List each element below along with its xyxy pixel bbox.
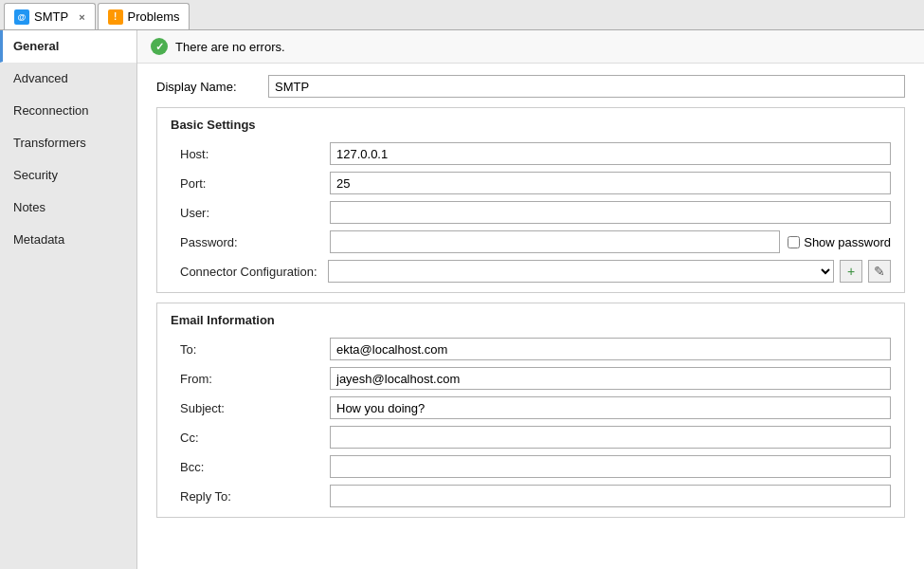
sidebar-item-general[interactable]: General <box>0 30 136 63</box>
form-area: Display Name: Basic Settings Host: Port: <box>137 64 924 529</box>
display-name-row: Display Name: <box>156 75 905 98</box>
from-label: From: <box>171 372 322 386</box>
connector-row: Connector Configuration: + ✎ <box>171 260 891 283</box>
sidebar-item-reconnection[interactable]: Reconnection <box>0 95 136 127</box>
port-label: Port: <box>171 176 322 191</box>
port-row: Port: <box>171 172 891 194</box>
password-input[interactable] <box>330 230 780 253</box>
user-row: User: <box>171 201 891 224</box>
to-row: To: <box>171 338 891 360</box>
basic-settings-group: Basic Settings Host: Port: User: <box>156 107 905 293</box>
cc-row: Cc: <box>171 426 891 449</box>
cc-label: Cc: <box>171 431 322 445</box>
tab-bar: @ SMTP × ! Problems <box>0 0 924 30</box>
bcc-label: Bcc: <box>171 460 322 474</box>
basic-settings-title: Basic Settings <box>171 118 891 132</box>
port-input[interactable] <box>330 172 891 194</box>
password-row: Password: Show password <box>171 230 891 253</box>
subject-label: Subject: <box>171 401 322 415</box>
content-panel: ✓ There are no errors. Display Name: Bas… <box>137 30 924 569</box>
status-message: There are no errors. <box>175 40 285 54</box>
smtp-icon: @ <box>14 9 29 25</box>
email-info-group: Email Information To: From: Subject: <box>156 303 905 518</box>
reply-to-label: Reply To: <box>171 489 322 504</box>
connector-select-wrap: + ✎ <box>328 260 891 283</box>
sidebar-item-advanced[interactable]: Advanced <box>0 63 136 95</box>
sidebar-item-security[interactable]: Security <box>0 159 136 192</box>
status-bar: ✓ There are no errors. <box>137 30 924 64</box>
subject-row: Subject: <box>171 396 891 419</box>
connector-add-button[interactable]: + <box>840 260 862 283</box>
show-password-label: Show password <box>804 235 891 249</box>
email-info-title: Email Information <box>171 313 891 327</box>
sidebar: General Advanced Reconnection Transforme… <box>0 30 137 569</box>
bcc-input[interactable] <box>330 455 891 478</box>
tab-smtp-close[interactable]: × <box>79 11 84 23</box>
password-label: Password: <box>171 235 322 249</box>
host-input[interactable] <box>330 142 891 165</box>
to-input[interactable] <box>330 338 891 360</box>
to-label: To: <box>171 342 322 357</box>
subject-input[interactable] <box>330 396 891 419</box>
display-name-input[interactable] <box>268 75 905 98</box>
sidebar-item-metadata[interactable]: Metadata <box>0 224 136 256</box>
connector-select[interactable] <box>328 260 834 283</box>
cc-input[interactable] <box>330 426 891 449</box>
tab-smtp-label: SMTP <box>34 9 68 24</box>
bcc-row: Bcc: <box>171 455 891 478</box>
from-row: From: <box>171 367 891 390</box>
show-password-checkbox[interactable] <box>788 236 800 248</box>
sidebar-item-notes[interactable]: Notes <box>0 192 136 224</box>
user-label: User: <box>171 206 322 220</box>
display-name-label: Display Name: <box>156 80 261 94</box>
tab-problems[interactable]: ! Problems <box>98 3 190 29</box>
user-input[interactable] <box>330 201 891 224</box>
main-area: General Advanced Reconnection Transforme… <box>0 30 924 569</box>
from-input[interactable] <box>330 367 891 390</box>
tab-problems-label: Problems <box>128 9 180 24</box>
connector-label: Connector Configuration: <box>171 265 322 279</box>
host-row: Host: <box>171 142 891 165</box>
problems-icon: ! <box>108 9 123 25</box>
show-password-check: Show password <box>788 235 891 249</box>
sidebar-item-transformers[interactable]: Transformers <box>0 127 136 159</box>
reply-to-input[interactable] <box>330 485 891 507</box>
status-ok-icon: ✓ <box>151 38 168 55</box>
tab-smtp[interactable]: @ SMTP × <box>4 3 96 29</box>
host-label: Host: <box>171 147 322 161</box>
password-input-area: Show password <box>330 230 891 253</box>
reply-to-row: Reply To: <box>171 485 891 507</box>
connector-edit-button[interactable]: ✎ <box>868 260 891 283</box>
